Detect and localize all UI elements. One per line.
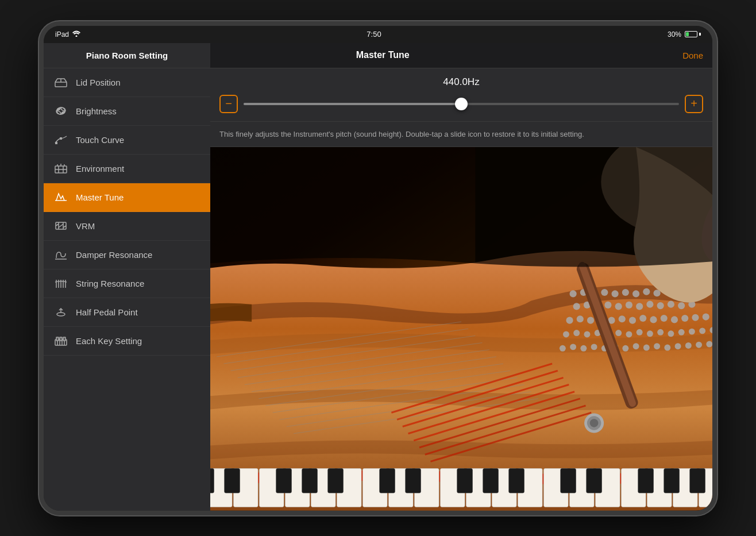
svg-point-34 — [601, 289, 608, 296]
sidebar-item-label: Touch Curve — [76, 135, 124, 145]
sidebar-item-label: Lid Position — [76, 78, 121, 87]
svg-point-47 — [615, 303, 622, 310]
svg-rect-0 — [55, 82, 67, 87]
svg-rect-156 — [380, 469, 395, 493]
sidebar-item-label: Master Tune — [76, 192, 124, 202]
sidebar-item-lid-position[interactable]: Lid Position — [44, 68, 210, 97]
svg-point-57 — [587, 317, 594, 324]
svg-point-99 — [696, 342, 702, 348]
damper-resonance-icon — [53, 246, 69, 263]
slider-row: − + — [219, 95, 703, 113]
battery-percent: 30% — [668, 30, 681, 38]
svg-point-75 — [615, 330, 622, 336]
slider-decrease-button[interactable]: − — [219, 95, 238, 113]
svg-rect-159 — [483, 469, 499, 493]
master-tune-icon — [53, 189, 69, 205]
sidebar-item-label: Brightness — [76, 106, 117, 116]
string-resonance-icon — [53, 275, 69, 291]
device-label: iPad — [55, 30, 69, 38]
svg-point-78 — [647, 330, 653, 337]
svg-rect-158 — [457, 469, 473, 493]
sidebar-item-half-pedal[interactable]: Half Pedal Point — [44, 298, 210, 327]
svg-rect-152 — [225, 469, 240, 493]
side-button-left[interactable] — [41, 257, 44, 280]
svg-point-60 — [619, 315, 626, 322]
svg-point-87 — [570, 344, 576, 350]
battery-icon — [685, 31, 701, 37]
sidebar-item-label: VRM — [76, 221, 95, 231]
sidebar-item-environment[interactable]: Environment — [44, 155, 210, 183]
svg-point-89 — [591, 344, 597, 350]
svg-point-82 — [689, 329, 695, 335]
sidebar-header: Piano Room Setting — [44, 43, 210, 68]
svg-point-51 — [657, 302, 664, 309]
status-bar: iPad 7:50 30% — [44, 26, 712, 43]
svg-rect-27 — [60, 337, 62, 341]
svg-rect-163 — [638, 469, 654, 493]
svg-point-35 — [612, 290, 619, 297]
svg-point-19 — [57, 313, 65, 316]
wifi-icon — [72, 30, 80, 38]
sidebar-item-label: String Resonance — [76, 279, 144, 288]
sidebar-title: Piano Room Setting — [86, 51, 168, 60]
svg-rect-28 — [63, 337, 65, 341]
sidebar-item-label: Environment — [76, 164, 124, 173]
vrm-icon — [53, 218, 69, 234]
svg-rect-151 — [210, 469, 214, 493]
svg-point-80 — [668, 330, 674, 337]
svg-rect-153 — [276, 469, 292, 493]
sidebar-item-brightness[interactable]: Brightness — [44, 97, 210, 126]
sidebar-list: Lid Position Brightness — [44, 68, 210, 511]
lid-position-icon — [53, 74, 69, 90]
svg-point-48 — [626, 302, 632, 309]
half-pedal-icon — [53, 304, 69, 320]
svg-rect-155 — [328, 469, 344, 493]
tune-value: 440.0Hz — [219, 76, 703, 88]
svg-point-52 — [668, 301, 674, 308]
svg-point-81 — [678, 329, 685, 336]
sidebar-item-label: Half Pedal Point — [76, 307, 138, 317]
svg-point-98 — [685, 342, 692, 349]
sidebar-item-master-tune[interactable]: Master Tune — [44, 183, 210, 212]
svg-point-95 — [654, 343, 660, 349]
svg-point-128 — [590, 419, 599, 427]
svg-point-46 — [604, 302, 611, 309]
environment-icon — [53, 160, 69, 176]
tune-description: This finely adjusts the Instrument's pit… — [210, 122, 712, 148]
svg-point-79 — [657, 329, 664, 336]
svg-point-56 — [577, 315, 584, 322]
slider-thumb[interactable] — [455, 98, 468, 110]
each-key-icon — [53, 333, 69, 349]
svg-point-94 — [643, 345, 650, 351]
sidebar-item-each-key[interactable]: Each Key Setting — [44, 327, 210, 356]
svg-point-76 — [626, 331, 632, 338]
slider-increase-button[interactable]: + — [685, 95, 703, 113]
sidebar-item-label: Each Key Setting — [76, 336, 142, 346]
description-text: This finely adjusts the Instrument's pit… — [219, 129, 703, 140]
svg-rect-4 — [60, 137, 62, 140]
svg-point-66 — [681, 315, 688, 322]
svg-rect-165 — [690, 469, 705, 493]
main-content: Master Tune Done 440.0Hz − + — [210, 43, 712, 511]
svg-point-63 — [650, 316, 657, 323]
done-button[interactable]: Done — [682, 51, 703, 60]
svg-point-96 — [664, 345, 670, 351]
svg-point-100 — [706, 341, 712, 348]
slider-track[interactable] — [244, 103, 679, 105]
svg-point-71 — [573, 330, 580, 336]
svg-point-77 — [637, 329, 643, 336]
svg-rect-157 — [406, 469, 421, 493]
brightness-icon — [53, 103, 69, 119]
sidebar-item-touch-curve[interactable]: Touch Curve — [44, 126, 210, 155]
svg-point-92 — [622, 345, 628, 352]
sidebar-item-damper-resonance[interactable]: Damper Resonance — [44, 241, 210, 269]
svg-point-38 — [643, 288, 650, 295]
sidebar-item-vrm[interactable]: VRM — [44, 212, 210, 241]
piano-image-container — [210, 147, 712, 511]
svg-point-65 — [671, 316, 678, 323]
svg-point-37 — [632, 290, 639, 297]
sidebar-item-string-resonance[interactable]: String Resonance — [44, 269, 210, 298]
svg-point-67 — [692, 314, 699, 321]
status-left: iPad — [55, 30, 80, 38]
svg-rect-160 — [509, 469, 524, 493]
